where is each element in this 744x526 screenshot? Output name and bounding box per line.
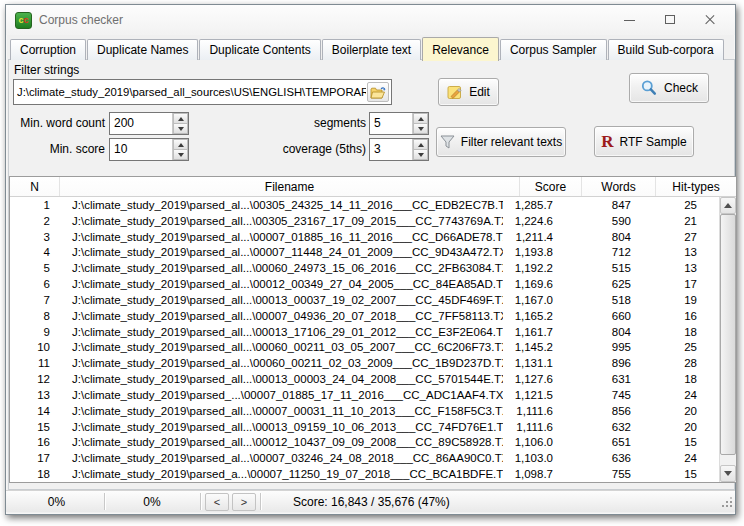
table-row[interactable]: 5J:\climate_study_2019\parsed_all...\000… — [10, 260, 719, 276]
tab-boilerplate-text[interactable]: Boilerplate text — [322, 39, 421, 60]
cell-words: 856 — [565, 405, 639, 417]
spin-down-button[interactable] — [413, 150, 428, 160]
segments-field[interactable]: 5 — [369, 112, 429, 135]
table-row[interactable]: 4J:\climate_study_2019\parsed_al...\0000… — [10, 244, 719, 260]
table-row[interactable]: 3J:\climate_study_2019\parsed_al...\0000… — [10, 229, 719, 245]
spin-down-button[interactable] — [413, 124, 428, 134]
cell-n: 14 — [10, 405, 60, 417]
table-row[interactable]: 6J:\climate_study_2019\parsed_al...\0001… — [10, 276, 719, 292]
table-row[interactable]: 7J:\climate_study_2019\parsed_all...\000… — [10, 292, 719, 308]
tab-corruption[interactable]: Corruption — [10, 39, 86, 60]
filter-path-input[interactable] — [14, 80, 367, 104]
tab-corpus-sampler[interactable]: Corpus Sampler — [500, 39, 607, 60]
table-row[interactable]: 17J:\climate_study_2019\parsed_al...\000… — [10, 450, 719, 466]
cell-n: 4 — [10, 246, 60, 258]
tab-duplicate-names[interactable]: Duplicate Names — [87, 39, 198, 60]
cell-filename: J:\climate_study_2019\parsed_all...\0001… — [60, 436, 503, 448]
coverage-label: coverage (5ths) — [261, 142, 366, 156]
min-score-label: Min. score — [6, 142, 105, 156]
cell-hit-types: 27 — [639, 231, 719, 243]
cell-n: 7 — [10, 294, 60, 306]
scroll-up-button[interactable] — [720, 197, 736, 214]
cell-n: 18 — [10, 468, 60, 480]
table-row[interactable]: 11J:\climate_study_2019\parsed_al...\000… — [10, 355, 719, 371]
spin-up-button[interactable] — [173, 139, 188, 150]
table-row[interactable]: 15J:\climate_study_2019\parsed_all...\00… — [10, 419, 719, 435]
rtf-sample-label: RTF Sample — [620, 135, 687, 149]
close-button[interactable] — [689, 5, 729, 34]
app-icon: cc — [15, 12, 32, 29]
cell-n: 2 — [10, 215, 60, 227]
segments-value: 5 — [370, 113, 412, 134]
spin-down-button[interactable] — [173, 150, 188, 160]
table-row[interactable]: 10J:\climate_study_2019\parsed_all...\00… — [10, 339, 719, 355]
column-header-filename[interactable]: Filename — [60, 177, 520, 196]
status-bar: 0% 0% < > Score: 16,843 / 35,676 (47%) — [6, 490, 735, 512]
cell-hit-types: 24 — [639, 389, 719, 401]
table-rows: 1J:\climate_study_2019\parsed_al...\0030… — [10, 197, 719, 482]
cell-score: 1,161.7 — [503, 326, 565, 338]
cell-score: 1,169.6 — [503, 278, 565, 290]
rtf-sample-button[interactable]: R RTF Sample — [594, 126, 694, 157]
cell-hit-types: 28 — [639, 357, 719, 369]
filter-relevant-texts-button[interactable]: Filter relevant texts — [436, 127, 566, 157]
coverage-spinner — [412, 139, 428, 160]
column-header-n[interactable]: N — [10, 177, 60, 196]
column-header-score[interactable]: Score — [520, 177, 582, 196]
cell-score: 1,285.7 — [503, 199, 565, 211]
table-row[interactable]: 18J:\climate_study_2019\parsed_a...\0000… — [10, 466, 719, 482]
segments-spinner — [412, 113, 428, 134]
tab-duplicate-contents[interactable]: Duplicate Contents — [199, 39, 320, 60]
edit-button[interactable]: Edit — [438, 78, 499, 106]
table-row[interactable]: 1J:\climate_study_2019\parsed_al...\0030… — [10, 197, 719, 213]
cell-words: 712 — [565, 246, 639, 258]
spin-up-button[interactable] — [413, 139, 428, 150]
table-row[interactable]: 8J:\climate_study_2019\parsed_all...\000… — [10, 308, 719, 324]
min-word-count-field[interactable]: 200 — [109, 112, 189, 135]
column-header-hit-types[interactable]: Hit-types — [656, 177, 736, 196]
tab-relevance[interactable]: Relevance — [422, 37, 499, 61]
cell-n: 10 — [10, 341, 60, 353]
table-row[interactable]: 13J:\climate_study_2019\parsed_...\00007… — [10, 387, 719, 403]
cell-score: 1,127.6 — [503, 373, 565, 385]
cell-hit-types: 13 — [639, 262, 719, 274]
minimize-icon — [624, 20, 635, 21]
table-row[interactable]: 12J:\climate_study_2019\parsed_all...\00… — [10, 371, 719, 387]
cell-n: 3 — [10, 231, 60, 243]
column-header-words[interactable]: Words — [582, 177, 656, 196]
arrow-up-icon — [178, 143, 184, 147]
min-score-field[interactable]: 10 — [109, 138, 189, 161]
cell-hit-types: 16 — [639, 310, 719, 322]
minimize-button[interactable] — [609, 5, 649, 34]
cell-score: 1,103.0 — [503, 452, 565, 464]
cell-filename: J:\climate_study_2019\parsed_al...\00060… — [60, 357, 503, 369]
maximize-button[interactable] — [649, 5, 689, 34]
spin-up-button[interactable] — [173, 113, 188, 124]
next-page-button[interactable]: > — [232, 493, 256, 511]
table-row[interactable]: 14J:\climate_study_2019\parsed_all...\00… — [10, 403, 719, 419]
cell-filename: J:\climate_study_2019\parsed_all...\0001… — [60, 326, 503, 338]
prev-page-button[interactable]: < — [205, 493, 229, 511]
table-row[interactable]: 16J:\climate_study_2019\parsed_all...\00… — [10, 434, 719, 450]
browse-button[interactable] — [367, 82, 389, 102]
scrollbar-thumb[interactable] — [720, 214, 736, 455]
scroll-down-button[interactable] — [720, 465, 736, 482]
coverage-field[interactable]: 3 — [369, 138, 429, 161]
coverage-value: 3 — [370, 139, 412, 160]
cell-score: 1,193.8 — [503, 246, 565, 258]
vertical-scrollbar[interactable] — [719, 197, 736, 482]
spin-up-button[interactable] — [413, 113, 428, 124]
cell-hit-types: 15 — [639, 468, 719, 480]
table-row[interactable]: 2J:\climate_study_2019\parsed_all...\003… — [10, 213, 719, 229]
results-table: N Filename Score Words Hit-types 1J:\cli… — [9, 176, 737, 483]
cell-score: 1,131.1 — [503, 357, 565, 369]
spin-down-button[interactable] — [173, 124, 188, 134]
table-row[interactable]: 9J:\climate_study_2019\parsed_all...\000… — [10, 324, 719, 340]
cell-hit-types: 15 — [639, 436, 719, 448]
tab-build-sub-corpora[interactable]: Build Sub-corpora — [608, 39, 724, 60]
cell-filename: J:\climate_study_2019\parsed_all...\0000… — [60, 310, 503, 322]
title-bar[interactable]: cc Corpus checker — [6, 5, 735, 35]
resize-grip[interactable] — [720, 497, 732, 509]
filter-strings-label: Filter strings — [14, 63, 79, 77]
check-button[interactable]: Check — [629, 73, 709, 103]
